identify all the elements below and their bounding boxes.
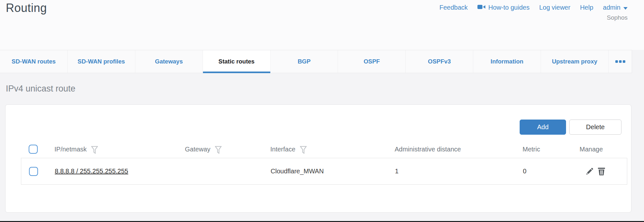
funnel-icon[interactable] (215, 146, 222, 154)
howto-guides-link[interactable]: How-to guides (477, 4, 530, 11)
manage-cell (580, 167, 627, 176)
route-link[interactable]: 8.8.8.8 / 255.255.255.255 (55, 168, 128, 175)
ellipsis-icon (615, 60, 625, 63)
page-title: Routing (6, 1, 47, 15)
select-all-checkbox[interactable] (29, 145, 38, 154)
tab-upstream-proxy[interactable]: Upstream proxy (541, 50, 609, 73)
column-header-interface: Interface (270, 145, 395, 153)
section-title: IPv4 unicast route (6, 84, 75, 94)
tab-information[interactable]: Information (473, 50, 541, 73)
trash-icon (598, 167, 605, 176)
delete-row-button[interactable] (598, 167, 605, 176)
ip-netmask-cell: 8.8.8.8 / 255.255.255.255 (55, 168, 185, 175)
feedback-link-label: Feedback (439, 4, 468, 11)
routing-tabbar: SD-WAN routes SD-WAN profiles Gateways S… (0, 50, 632, 73)
video-camera-icon (477, 4, 485, 11)
select-all-cell (21, 145, 54, 154)
tab-static-routes[interactable]: Static routes (203, 50, 271, 73)
routing-page: Routing Feedback How-to guides Log viewe… (0, 0, 644, 222)
org-label: Sophos (607, 14, 628, 21)
admin-distance-cell: 1 (395, 168, 523, 175)
howto-guides-label: How-to guides (488, 4, 530, 11)
column-header-label: Administrative distance (395, 146, 461, 153)
column-header-manage: Manage (580, 146, 627, 153)
chevron-down-icon (623, 7, 628, 10)
tab-ospfv3[interactable]: OSPFv3 (406, 50, 473, 73)
funnel-icon[interactable] (300, 146, 307, 154)
column-header-label: Interface (270, 146, 295, 153)
pencil-icon (585, 167, 594, 176)
tab-sd-wan-profiles[interactable]: SD-WAN profiles (68, 50, 135, 73)
tab-gateways[interactable]: Gateways (135, 50, 203, 73)
row-select-cell (21, 167, 55, 176)
table-actions: Add Delete (520, 120, 621, 135)
column-header-label: Manage (580, 146, 603, 153)
column-header-gateway: Gateway (185, 145, 270, 153)
edit-row-button[interactable] (585, 167, 594, 176)
admin-menu[interactable]: admin (603, 4, 628, 11)
routes-card: Add Delete IP/netmask Gateway Interfac (5, 104, 631, 213)
column-header-label: Gateway (185, 146, 210, 153)
tab-sd-wan-routes[interactable]: SD-WAN routes (0, 50, 68, 73)
interface-cell: Cloudflare_MWAN (271, 168, 395, 175)
log-viewer-link[interactable]: Log viewer (539, 4, 571, 11)
log-viewer-label: Log viewer (539, 4, 571, 11)
admin-menu-label: admin (603, 4, 620, 11)
table-row: 8.8.8.8 / 255.255.255.255 Cloudflare_MWA… (21, 158, 627, 185)
tab-bgp[interactable]: BGP (271, 50, 338, 73)
column-header-ip-netmask: IP/netmask (54, 145, 185, 153)
funnel-icon[interactable] (91, 146, 98, 154)
add-button[interactable]: Add (520, 120, 566, 135)
tab-more[interactable] (609, 50, 632, 73)
column-header-admin-distance: Administrative distance (395, 146, 523, 153)
delete-button[interactable]: Delete (569, 120, 621, 135)
table-header-row: IP/netmask Gateway Interface Administrat… (21, 142, 627, 156)
column-header-metric: Metric (523, 146, 580, 153)
tab-ospf[interactable]: OSPF (338, 50, 406, 73)
column-header-label: Metric (523, 146, 540, 153)
feedback-link[interactable]: Feedback (439, 4, 468, 11)
header-links: Feedback How-to guides Log viewer Help a… (439, 4, 628, 11)
metric-cell: 0 (523, 168, 580, 175)
row-checkbox[interactable] (29, 167, 38, 176)
header-utilities: Feedback How-to guides Log viewer Help a… (439, 4, 628, 21)
page-header: Routing Feedback How-to guides Log viewe… (0, 0, 644, 50)
help-label: Help (580, 4, 593, 11)
column-header-label: IP/netmask (54, 146, 87, 153)
help-link[interactable]: Help (580, 4, 593, 11)
